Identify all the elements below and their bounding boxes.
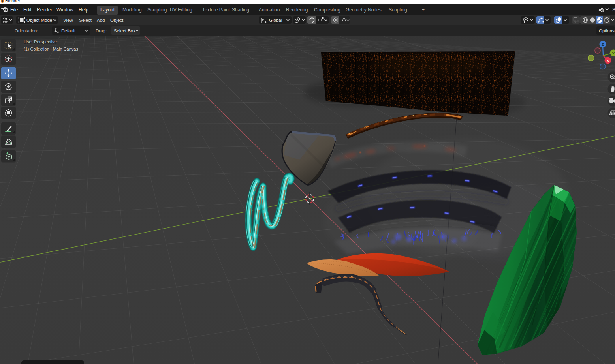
svg-text:Drag:: Drag: [96, 28, 107, 33]
svg-text:Select: Select [79, 18, 92, 23]
svg-text:S: S [612, 7, 615, 13]
svg-text:Default: Default [61, 28, 76, 33]
svg-text:Z: Z [602, 42, 604, 47]
svg-text:Add: Add [97, 18, 105, 23]
svg-text:Orientation:: Orientation: [15, 28, 38, 33]
svg-text:Select Box: Select Box [114, 28, 135, 33]
svg-text:X: X [607, 58, 609, 63]
svg-text:Object Mode: Object Mode [26, 18, 52, 23]
svg-text:View: View [63, 18, 73, 23]
svg-text:Options: Options [599, 28, 615, 33]
svg-text:Object: Object [110, 18, 124, 23]
svg-text:Y: Y [612, 51, 615, 55]
svg-text:Global: Global [269, 18, 282, 23]
